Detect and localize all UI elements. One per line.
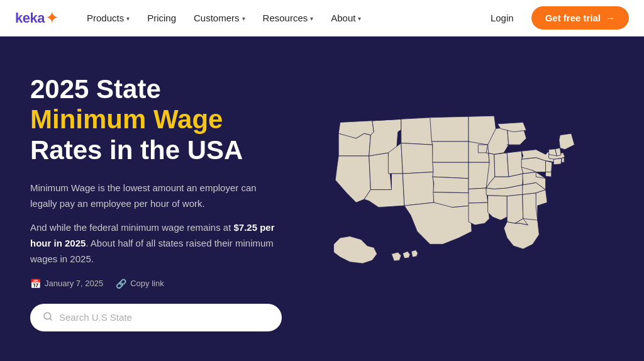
publish-date: 📅 January 7, 2025: [30, 279, 103, 289]
svg-marker-32: [488, 196, 508, 220]
nav-item-customers[interactable]: Customers ▾: [186, 9, 253, 27]
usa-map-svg: [314, 102, 623, 303]
svg-marker-51: [334, 236, 377, 264]
nav-right: Login Get free trial →: [483, 6, 629, 30]
svg-marker-42: [546, 161, 552, 172]
chevron-down-icon: ▾: [126, 15, 130, 22]
login-button[interactable]: Login: [483, 9, 521, 27]
svg-marker-13: [430, 117, 469, 142]
nav-item-products[interactable]: Products ▾: [79, 9, 137, 27]
svg-marker-29: [507, 152, 523, 177]
navbar: keka ✦ Products ▾ Pricing Customers ▾ Re…: [0, 0, 644, 36]
hero-meta: 📅 January 7, 2025 🔗 Copy link: [30, 279, 282, 289]
hero-section: 2025 State Minimum Wage Rates in the USA…: [0, 36, 644, 361]
logo[interactable]: keka ✦: [15, 8, 59, 28]
svg-marker-12: [402, 172, 434, 206]
nav-items: Products ▾ Pricing Customers ▾ Resources…: [79, 9, 483, 27]
hero-map: [312, 36, 644, 361]
logo-text: keka: [15, 10, 45, 26]
hero-title: 2025 State Minimum Wage Rates in the USA: [30, 74, 282, 165]
svg-marker-53: [402, 252, 410, 258]
svg-marker-15: [433, 163, 469, 179]
search-input[interactable]: [59, 312, 269, 323]
chevron-down-icon: ▾: [310, 15, 313, 22]
svg-marker-22: [469, 188, 488, 203]
nav-item-about[interactable]: About ▾: [323, 9, 369, 27]
svg-marker-33: [507, 195, 523, 224]
get-free-trial-button[interactable]: Get free trial →: [531, 6, 629, 30]
svg-marker-54: [411, 250, 418, 257]
logo-dot: ✦: [45, 8, 59, 28]
svg-marker-14: [431, 142, 469, 162]
copy-link-button[interactable]: 🔗 Copy link: [116, 279, 164, 289]
svg-marker-23: [469, 203, 489, 225]
hero-content: 2025 State Minimum Wage Rates in the USA…: [0, 36, 312, 361]
calendar-icon: 📅: [30, 279, 41, 289]
svg-line-1: [50, 318, 52, 320]
svg-marker-28: [494, 153, 509, 177]
svg-marker-4: [335, 156, 370, 203]
svg-marker-18: [404, 203, 472, 244]
svg-marker-36: [536, 190, 547, 220]
svg-marker-10: [401, 143, 433, 174]
arrow-icon: →: [606, 13, 615, 23]
nav-item-pricing[interactable]: Pricing: [140, 9, 184, 27]
search-bar: [30, 304, 282, 331]
chevron-down-icon: ▾: [358, 15, 361, 22]
search-icon: [43, 311, 53, 324]
nav-item-resources[interactable]: Resources ▾: [255, 9, 321, 27]
svg-marker-50: [559, 134, 575, 150]
hero-description: Minimum Wage is the lowest amount an emp…: [30, 181, 282, 276]
chevron-down-icon: ▾: [242, 15, 245, 22]
svg-marker-52: [392, 252, 401, 261]
svg-marker-16: [433, 177, 469, 193]
link-icon: 🔗: [116, 279, 126, 289]
svg-marker-8: [401, 118, 433, 145]
